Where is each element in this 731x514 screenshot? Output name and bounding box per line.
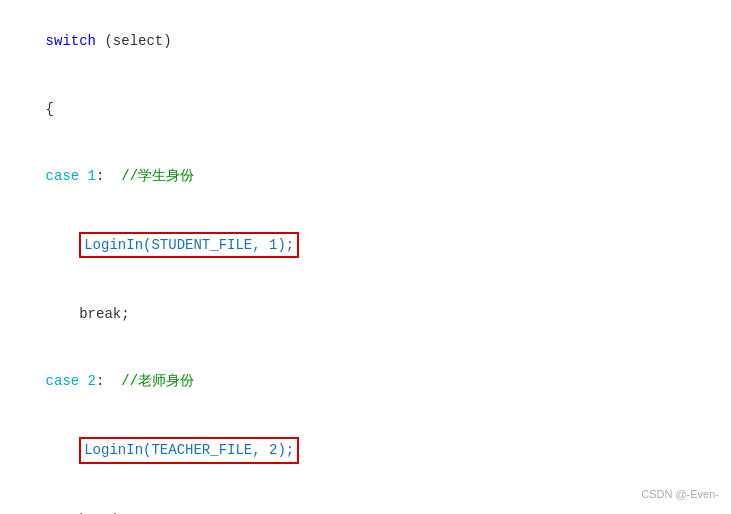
comment-student: //学生身份 — [121, 168, 194, 184]
code-line-7: LoginIn(TEACHER_FILE, 2); — [12, 415, 719, 486]
code-line-3: case 1: //学生身份 — [12, 142, 719, 209]
indent-space — [46, 442, 80, 458]
keyword-case1: case 1 — [46, 168, 96, 184]
code-viewer: switch (select) { case 1: //学生身份 LoginIn… — [0, 0, 731, 514]
watermark: CSDN @-Even- — [641, 486, 719, 504]
highlighted-loginin-teacher: LoginIn(TEACHER_FILE, 2); — [79, 437, 299, 463]
code-line-4: LoginIn(STUDENT_FILE, 1); — [12, 210, 719, 281]
code-line-2: { — [12, 75, 719, 142]
code-text: break; — [46, 306, 130, 322]
keyword-case2: case 2 — [46, 373, 96, 389]
comment-teacher: //老师身份 — [121, 373, 194, 389]
code-text: (select) — [96, 33, 172, 49]
code-line-8: break; — [12, 486, 719, 514]
code-text: : — [96, 168, 121, 184]
highlighted-loginin-student: LoginIn(STUDENT_FILE, 1); — [79, 232, 299, 258]
code-line-1: switch (select) — [12, 8, 719, 75]
keyword-switch: switch — [46, 33, 96, 49]
code-text: { — [46, 101, 54, 117]
indent-space — [46, 237, 80, 253]
code-loginin-student: LoginIn(STUDENT_FILE, 1); — [84, 237, 294, 253]
code-line-6: case 2: //老师身份 — [12, 348, 719, 415]
code-loginin-teacher: LoginIn(TEACHER_FILE, 2); — [84, 442, 294, 458]
code-line-5: break; — [12, 281, 719, 348]
code-text: : — [96, 373, 121, 389]
